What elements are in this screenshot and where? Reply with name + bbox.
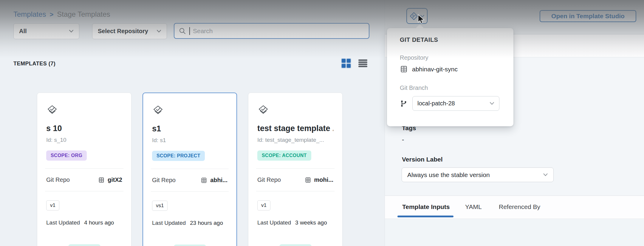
version-label-value: Always use the stable version (407, 171, 490, 179)
breadcrumb-templates-link[interactable]: Templates (13, 10, 46, 19)
search-icon (179, 27, 186, 35)
version-chip: v1 (46, 200, 59, 210)
active-tab-underline (397, 216, 453, 217)
git-details-button[interactable] (406, 8, 428, 24)
stage-template-icon (46, 104, 58, 116)
repository-icon (98, 177, 105, 183)
git-branch-dropdown[interactable]: local-patch-28 (412, 96, 499, 111)
repository-row: abhinav-git-sync (400, 65, 458, 73)
git-branch-label: Git Branch (400, 84, 428, 91)
last-updated-value: 3 weeks ago (295, 219, 327, 226)
stage-templates-page: Templates > Stage Templates All Select R… (0, 0, 644, 246)
tab-referenced-by[interactable]: Referenced By (499, 203, 540, 210)
last-updated-value: 4 hours ago (84, 219, 114, 226)
repository-icon (201, 177, 207, 184)
scope-badge: SCOPE: ORG (46, 150, 87, 161)
repository-icon (400, 65, 408, 73)
git-repo-label: Git Repo (257, 176, 281, 183)
divider (151, 169, 229, 169)
tags-value: - (402, 136, 404, 144)
type-filter-dropdown[interactable]: All (13, 23, 79, 39)
stage-template-icon (257, 104, 269, 116)
search-box[interactable] (174, 23, 369, 39)
type-filter-value: All (19, 28, 27, 35)
repository-name: abhinav-git-sync (412, 66, 458, 73)
git-branch-row: local-patch-28 (400, 96, 499, 111)
last-updated-row: Last Updated 23 hours ago (152, 220, 227, 226)
chevron-down-icon (490, 102, 494, 105)
last-updated-row: Last Updated 4 hours ago (46, 219, 122, 226)
stage-type-chip (174, 245, 206, 246)
template-details-panel: Open in Template Studio GIT DETAILS Repo… (385, 0, 644, 246)
template-title: s 10 (46, 124, 122, 133)
view-toggles (342, 59, 367, 68)
last-updated-row: Last Updated 3 weeks ago (257, 219, 333, 226)
git-repo-row: Git Repo gitX2 (46, 176, 122, 183)
divider (256, 191, 335, 191)
list-view-icon[interactable] (358, 59, 367, 67)
open-in-template-studio-label: Open in Template Studio (551, 13, 625, 20)
template-card[interactable]: s 10 Id: s_10 SCOPE: ORG Git Repo gitX2 … (37, 93, 131, 246)
scope-badge: SCOPE: PROJECT (152, 151, 205, 161)
template-id: Id: s_10 (46, 137, 122, 143)
scope-badge: SCOPE: ACCOUNT (257, 150, 311, 161)
stage-type-chip (68, 244, 100, 246)
tabs-bar: Template Inputs YAML Referenced By (385, 196, 644, 219)
version-label: Version Label (402, 156, 443, 163)
git-repo-row: Git Repo mohi... (257, 176, 333, 183)
search-input[interactable] (193, 27, 365, 35)
templates-count-label: TEMPLATES (7) (13, 61, 55, 67)
tab-content-area (385, 219, 644, 246)
version-chip: vs1 (152, 201, 168, 211)
repository-filter-dropdown[interactable]: Select Repository (92, 23, 167, 39)
last-updated-label: Last Updated (152, 220, 186, 226)
filter-row: All Select Repository (13, 23, 167, 39)
repository-label: Repository (400, 54, 428, 61)
tab-template-inputs[interactable]: Template Inputs (402, 203, 450, 210)
chevron-down-icon (157, 30, 161, 33)
git-details-popover: GIT DETAILS Repository abhinav-git-sync … (387, 28, 513, 126)
chevron-down-icon (420, 15, 425, 18)
divider (45, 168, 123, 169)
divider (45, 191, 123, 191)
tab-yaml[interactable]: YAML (465, 203, 482, 210)
git-repo-row: Git Repo abhi... (152, 177, 227, 184)
version-label-dropdown[interactable]: Always use the stable version (402, 167, 554, 182)
template-card[interactable]: test stage template ... Id: test_stage_t… (248, 93, 343, 246)
git-repo-name: mohi... (314, 176, 333, 183)
template-title: test stage template ... (257, 124, 333, 133)
git-sync-icon (409, 12, 418, 21)
repository-icon (305, 177, 311, 183)
git-repo-label: Git Repo (46, 176, 70, 183)
divider (151, 191, 229, 192)
breadcrumb-current: Stage Templates (57, 10, 110, 19)
last-updated-label: Last Updated (257, 219, 291, 226)
git-branch-icon (400, 100, 408, 107)
last-updated-value: 23 hours ago (190, 220, 223, 226)
template-card-selected[interactable]: s1 Id: s1 SCOPE: PROJECT Git Repo abhi..… (143, 93, 237, 246)
divider (256, 168, 335, 169)
stage-type-chip (279, 244, 312, 246)
popover-title: GIT DETAILS (400, 36, 438, 43)
git-repo-label: Git Repo (152, 177, 176, 184)
grid-view-icon[interactable] (342, 59, 351, 68)
template-title: s1 (152, 124, 227, 133)
breadcrumb-separator-icon: > (49, 11, 53, 19)
text-cursor (189, 27, 190, 35)
chevron-down-icon (543, 173, 548, 176)
chevron-down-icon (69, 30, 74, 33)
git-repo-name: abhi... (210, 177, 227, 184)
template-id: Id: test_stage_template_... (257, 137, 333, 143)
last-updated-label: Last Updated (46, 219, 80, 226)
git-repo-name: gitX2 (108, 176, 122, 183)
stage-template-icon (152, 104, 164, 116)
open-in-template-studio-button[interactable]: Open in Template Studio (540, 10, 636, 22)
version-chip: v1 (257, 200, 270, 210)
repository-filter-value: Select Repository (98, 28, 148, 35)
templates-list-area: Templates > Stage Templates All Select R… (0, 0, 385, 246)
git-branch-value: local-patch-28 (417, 100, 455, 107)
breadcrumb: Templates > Stage Templates (13, 10, 110, 19)
template-id: Id: s1 (152, 137, 227, 144)
